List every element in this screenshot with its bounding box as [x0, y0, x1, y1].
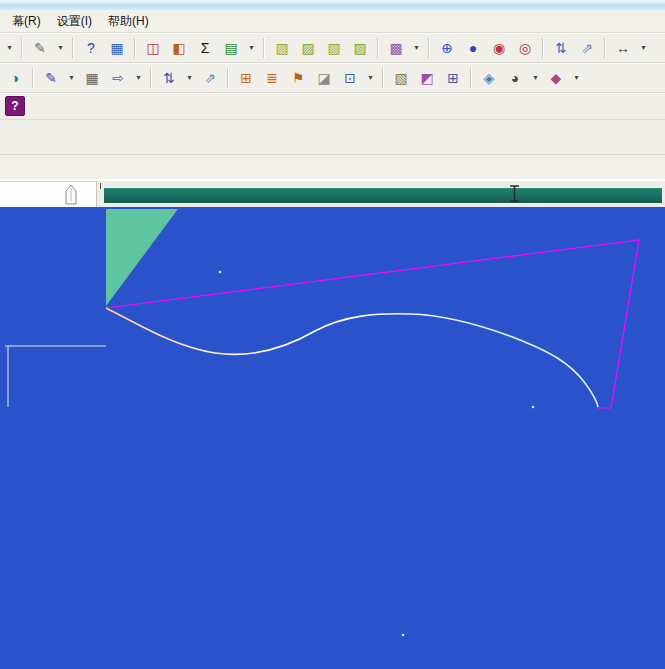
shaded-sphere-icon[interactable]: ●: [461, 36, 485, 60]
fit-width-icon[interactable]: ↔: [611, 36, 635, 60]
ink-bottle-icon[interactable]: ◆: [544, 66, 568, 90]
material-sphere-icon[interactable]: ◉: [487, 36, 511, 60]
render-shade-icon[interactable]: ◩: [415, 66, 439, 90]
panel-strip: [0, 155, 665, 181]
ruler[interactable]: [0, 181, 97, 207]
ruler-marker[interactable]: [64, 184, 78, 206]
move-diagonal-icon[interactable]: ⇗: [575, 36, 599, 60]
pane-grid-icon[interactable]: ⊞: [441, 66, 465, 90]
canvas-background: [0, 207, 665, 669]
titlebar-sliver: [0, 0, 665, 10]
draw-pen-icon[interactable]: ✎: [39, 66, 63, 90]
layer-stack-icon[interactable]: ◈: [477, 66, 501, 90]
toolbar-row-1: ▾✎▾?▦◫◧Σ▤▾▧▨▧▨▩▾⊕●◉◎⇅⇗↔▾: [0, 33, 665, 63]
point-marker-3: [402, 634, 405, 637]
view-front-icon[interactable]: ▨: [296, 36, 320, 60]
toolbar-row-3: ?: [0, 93, 665, 120]
application-window: 幕(R) 设置(I) 帮助(H) ▾✎▾?▦◫◧Σ▤▾▧▨▧▨▩▾⊕●◉◎⇅⇗↔…: [0, 0, 665, 669]
menu-help[interactable]: 帮助(H): [100, 10, 157, 33]
new-window-dropdown[interactable]: ▾: [364, 66, 377, 90]
fit-width-dropdown[interactable]: ▾: [637, 36, 650, 60]
toolbar-options-dropdown[interactable]: ▾: [570, 66, 583, 90]
snap-grid-icon[interactable]: ▦: [105, 36, 129, 60]
toolbar-separator: [72, 38, 74, 58]
teal-band[interactable]: [104, 188, 662, 203]
display-mode-dropdown[interactable]: ▾: [529, 66, 542, 90]
swap-vertical-icon[interactable]: ⇅: [549, 36, 573, 60]
ruler-origin-tick: [100, 183, 101, 189]
toolbar-separator: [150, 68, 152, 88]
toolbar-separator: [134, 38, 136, 58]
toolbar-separator: [21, 38, 23, 58]
toolbar-separator: [382, 68, 384, 88]
solid-view-dropdown[interactable]: ▾: [410, 36, 423, 60]
context-help-icon[interactable]: ?: [79, 36, 103, 60]
drawing-canvas[interactable]: [0, 207, 665, 669]
sort-updown-dropdown[interactable]: ▾: [183, 66, 196, 90]
point-marker-2: [532, 406, 535, 409]
sort-updown-icon[interactable]: ⇅: [157, 66, 181, 90]
fill-style-icon[interactable]: ◑: [3, 66, 27, 90]
material-sphere-alt-icon[interactable]: ◎: [513, 36, 537, 60]
new-window-icon[interactable]: ⊡: [338, 66, 362, 90]
sum-icon[interactable]: Σ: [193, 36, 217, 60]
view-side-icon[interactable]: ▧: [322, 36, 346, 60]
toolbar-separator: [377, 38, 379, 58]
toolbar-separator: [542, 38, 544, 58]
histogram-icon[interactable]: ◫: [141, 36, 165, 60]
block-cube-icon[interactable]: ▧: [389, 66, 413, 90]
jump-diagonal-icon[interactable]: ⇗: [198, 66, 222, 90]
solid-view-icon[interactable]: ▩: [384, 36, 408, 60]
display-mode-icon[interactable]: ◕: [503, 66, 527, 90]
toolbar-separator: [428, 38, 430, 58]
send-to-dropdown[interactable]: ▾: [132, 66, 145, 90]
menu-settings[interactable]: 设置(I): [49, 10, 100, 33]
format-brush-dropdown[interactable]: ▾: [54, 36, 67, 60]
ruler-row: [0, 181, 665, 207]
draw-pen-dropdown[interactable]: ▾: [65, 66, 78, 90]
export-report-icon[interactable]: ▤: [219, 36, 243, 60]
panel-gap: [0, 120, 665, 155]
send-to-icon[interactable]: ⇨: [106, 66, 130, 90]
row-lines-icon[interactable]: ≣: [260, 66, 284, 90]
view-top-icon[interactable]: ▨: [348, 36, 372, 60]
view-iso-icon[interactable]: ▧: [270, 36, 294, 60]
export-report-dropdown[interactable]: ▾: [245, 36, 258, 60]
toolbar-separator: [470, 68, 472, 88]
toolbar-separator: [263, 38, 265, 58]
wireframe-globe-icon[interactable]: ⊕: [435, 36, 459, 60]
query-tool-icon[interactable]: ?: [5, 96, 25, 116]
menu-screen[interactable]: 幕(R): [4, 10, 49, 33]
toolbar-separator: [604, 38, 606, 58]
table-grid-icon[interactable]: ⊞: [234, 66, 258, 90]
menubar: 幕(R) 设置(I) 帮助(H): [0, 10, 665, 33]
point-marker-1: [219, 271, 222, 274]
eraser-icon[interactable]: ◪: [312, 66, 336, 90]
toolbar-separator: [32, 68, 34, 88]
toolbar-row-2: ◑✎▾▦⇨▾⇅▾⇗⊞≣⚑◪⊡▾▧◩⊞◈◕▾◆▾: [0, 63, 665, 93]
toolbar-separator: [227, 68, 229, 88]
text-ibeam-cursor: [507, 184, 522, 203]
format-brush-icon[interactable]: ✎: [28, 36, 52, 60]
flag-marker-icon[interactable]: ⚑: [286, 66, 310, 90]
area-chart-icon[interactable]: ◧: [167, 36, 191, 60]
tile-grid-icon[interactable]: ▦: [80, 66, 104, 90]
toolbar-overflow-dropdown[interactable]: ▾: [3, 36, 16, 60]
